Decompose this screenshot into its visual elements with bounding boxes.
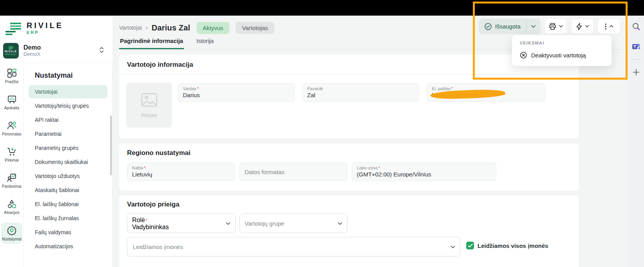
user-group-placeholder: Vartotojų grupė — [245, 220, 284, 227]
teams-icon — [632, 43, 640, 51]
sidenav-scrollbar[interactable] — [110, 116, 112, 175]
actions-menu-section-title: VEIKSMAI — [512, 40, 612, 48]
user-group-select[interactable]: Vartotojų grupė — [240, 214, 347, 233]
language-field[interactable]: Kalba* Lietuvių — [127, 162, 235, 181]
rail-item-pradzia[interactable]: Pradžia — [1, 66, 22, 86]
cart-icon — [7, 147, 17, 157]
breadcrumb-parent-link[interactable]: Vartotojai — [119, 25, 142, 31]
settings-sidenav: Nustatymai Vartotojai Vartotojų/teisių g… — [23, 62, 113, 267]
timezone-field[interactable]: Laiko zona* (GMT+02:00) Europe/Vilnius — [352, 162, 496, 181]
rail-item-pirkimai[interactable]: Pirkimai — [1, 144, 22, 165]
kebab-menu-icon — [605, 23, 607, 30]
last-name-field[interactable]: Pavardė Zal — [302, 83, 419, 102]
sidenav-title: Nustatymai — [35, 71, 112, 80]
role-select[interactable]: Rolė* Vadybininkas — [127, 214, 236, 233]
chevron-up-icon — [609, 25, 614, 28]
automation-button[interactable] — [571, 19, 594, 34]
breadcrumb-separator-icon: › — [146, 24, 148, 31]
workspace-name: Demo — [23, 44, 41, 51]
workspace-switcher[interactable]: RIVILE ERP demo Demo DemoX — [3, 42, 109, 59]
sidebar-item-failu-valdymas[interactable]: Failų valdymas — [29, 226, 107, 239]
role-badge: Vartotojas — [236, 22, 274, 34]
dashboard-icon — [7, 68, 17, 78]
header-actions: Išsaugota — [479, 19, 620, 34]
sidebar-item-el-laisku-zurnalas[interactable]: El. laiškų žurnalas — [29, 212, 107, 225]
search-icon — [632, 22, 640, 31]
print-button[interactable] — [544, 19, 567, 34]
menu-item-label: Deaktyvuoti vartotoją — [531, 52, 586, 59]
main-content: Vartotojai › Darius Zal Aktyvus Vartotoj… — [113, 16, 628, 267]
allowed-companies-select[interactable]: Leidžiamos įmonės — [127, 237, 460, 256]
browser-add-button[interactable] — [628, 64, 644, 80]
checkbox-checked-icon[interactable] — [466, 242, 474, 249]
rail-item-nustatymai[interactable]: Nustatymai — [1, 222, 22, 244]
last-name-value: Zal — [307, 92, 414, 98]
people-icon — [7, 121, 17, 130]
sidebar-item-automatizacijos[interactable]: Automatizacijos — [29, 240, 107, 253]
image-placeholder-icon — [140, 92, 158, 108]
picture-label: Picture — [141, 112, 157, 118]
required-marker: * — [146, 218, 147, 223]
rail-item-apskaita[interactable]: Apskaita — [1, 92, 22, 112]
sidebar-item-ataskaitu-sablonai[interactable]: Ataskaitų šablonai — [29, 183, 107, 197]
sales-icon — [7, 173, 17, 183]
logo-text: RIVILE — [27, 21, 63, 30]
email-field[interactable]: El. paštas* landauskas@rivile.lt — [427, 83, 546, 102]
save-status-label: Išsaugota — [495, 23, 521, 30]
teams-extension-button[interactable] — [628, 39, 644, 55]
sidebar-item-el-laisku-sablonai[interactable]: El. laiškų šablonai — [29, 198, 107, 211]
chevron-down-icon — [226, 220, 231, 227]
date-format-field[interactable]: Datos formatas — [240, 162, 347, 181]
tab-pagrindine-informacija[interactable]: Pagrindinė informacija — [119, 37, 184, 49]
more-actions-button[interactable] — [597, 19, 620, 34]
page-title: Darius Zal — [152, 23, 190, 32]
sidebar-item-vartotojo-uzduotys[interactable]: Vartotojo užduotys — [29, 169, 107, 183]
sidebar-item-api-raktai[interactable]: API raktai — [29, 113, 107, 126]
date-format-placeholder: Datos formatas — [245, 169, 284, 175]
chevron-down-icon — [451, 243, 455, 250]
first-name-field[interactable]: Vardas* Darius — [178, 83, 295, 102]
check-circle-icon — [484, 23, 492, 30]
tab-istorija[interactable]: Istorija — [196, 37, 215, 49]
browser-search-button[interactable] — [628, 19, 644, 34]
picture-upload[interactable]: Picture — [126, 83, 172, 128]
language-value: Lietuvių — [132, 171, 230, 178]
tab-bar: Pagrindinė informacija Istorija — [119, 37, 215, 49]
rail-item-pardavimai[interactable]: Pardavimai — [1, 170, 22, 191]
all-companies-checkbox-row[interactable]: Leidžiamos visos įmonės — [466, 242, 548, 249]
rivile-logo-icon — [5, 22, 21, 36]
allowed-companies-placeholder: Leidžiamos įmonės — [133, 244, 183, 250]
sidebar-item-parametrai[interactable]: Parametrai — [29, 127, 107, 141]
menu-item-deactivate-user[interactable]: Deaktyvuoti vartotoją — [512, 48, 612, 62]
workspace-expander-icon[interactable] — [99, 46, 104, 55]
sidebar-item-parametru-grupes[interactable]: Parametrų grupės — [29, 141, 107, 155]
gear-icon — [7, 225, 17, 235]
required-marker: * — [378, 166, 380, 170]
save-dropdown-caret[interactable] — [526, 19, 540, 34]
rail-item-atsargos[interactable]: Atsargos — [1, 196, 22, 217]
actions-menu: VEIKSMAI Deaktyvuoti vartotoją — [512, 35, 612, 66]
required-marker: * — [144, 166, 145, 170]
browser-top-bar — [0, 0, 644, 16]
cancel-circle-icon — [520, 52, 527, 59]
required-marker: * — [451, 86, 453, 91]
required-marker: * — [197, 86, 199, 91]
region-settings-card: Regiono nustatymai Kalba* Lietuvių Datos… — [119, 144, 579, 190]
divider — [631, 59, 642, 60]
timezone-value: (GMT+02:00) Europe/Vilnius — [357, 171, 491, 178]
save-status-main[interactable]: Išsaugota — [479, 19, 526, 34]
module-rail: Pradžia Apskaita Personalas — [0, 66, 23, 249]
sidebar-item-vartotoju-teisiu-grupes[interactable]: Vartotojų/teisių grupės — [29, 99, 107, 112]
status-badge-active: Aktyvus — [197, 22, 230, 34]
brand: RIVILE ERP — [5, 21, 63, 36]
sidebar-item-dokumentu-skaitliukai[interactable]: Dokumentų skaitliukai — [29, 155, 107, 169]
logo-subtext: ERP — [27, 30, 63, 35]
role-value: Vadybininkas — [132, 224, 231, 231]
user-access-title: Vartotojo prieiga — [119, 195, 579, 208]
app-window: RIVILE ERP RIVILE ERP demo Demo DemoX — [0, 0, 644, 267]
rail-item-personalas[interactable]: Personalas — [1, 118, 22, 139]
sidebar-item-vartotojai[interactable]: Vartotojai — [29, 85, 107, 98]
chevron-down-icon — [531, 25, 536, 28]
browser-side-rail — [628, 16, 644, 267]
save-status-button[interactable]: Išsaugota — [479, 19, 540, 34]
